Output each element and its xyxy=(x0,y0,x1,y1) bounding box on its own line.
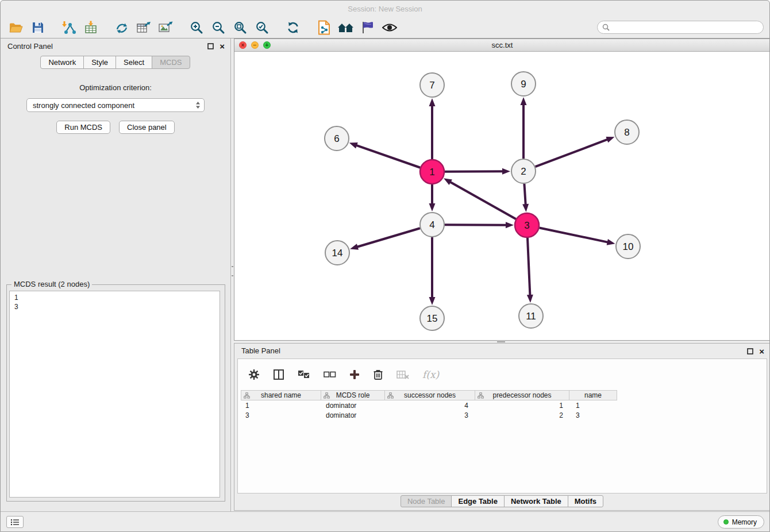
column-header-shared-name[interactable]: shared name xyxy=(241,390,321,400)
close-panel-icon[interactable]: × xyxy=(220,43,225,50)
zoom-selected-icon xyxy=(255,21,269,34)
apply-layout-button[interactable] xyxy=(282,18,304,37)
select-all-button[interactable] xyxy=(298,370,310,379)
search-box[interactable] xyxy=(597,21,764,34)
deselect-all-button[interactable] xyxy=(324,371,336,378)
close-panel-button[interactable]: Close panel xyxy=(119,121,175,134)
graph-node-7[interactable]: 7 xyxy=(420,73,444,97)
network-graph[interactable]: 1234678910111415 xyxy=(234,52,770,340)
tab-select[interactable]: Select xyxy=(116,56,152,69)
cell-name[interactable]: 1 xyxy=(572,402,620,410)
graph-node-8[interactable]: 8 xyxy=(615,120,639,144)
table-panel-title: Table Panel xyxy=(241,346,280,355)
window-titlebar[interactable]: Session: New Session xyxy=(1,1,769,17)
graph-edge[interactable] xyxy=(445,171,503,172)
graph-node-9[interactable]: 9 xyxy=(511,72,536,96)
zoom-out-icon xyxy=(211,21,225,34)
add-row-button[interactable] xyxy=(349,369,360,380)
mcds-result-list[interactable]: 1 3 xyxy=(9,291,220,498)
cell-successor-nodes[interactable]: 3 xyxy=(386,411,477,419)
export-network-button[interactable] xyxy=(111,18,133,37)
export-image-button[interactable] xyxy=(155,18,176,37)
tab-node-table[interactable]: Node Table xyxy=(401,495,452,507)
tab-motifs[interactable]: Motifs xyxy=(568,495,603,507)
cell-mcds-role[interactable]: dominator xyxy=(322,402,386,410)
zoom-window-button[interactable]: + xyxy=(263,41,271,49)
column-visibility-button[interactable] xyxy=(273,369,284,380)
column-label: successor nodes xyxy=(404,391,456,399)
cell-mcds-role[interactable]: dominator xyxy=(322,411,386,419)
graph-node-11[interactable]: 11 xyxy=(519,304,543,328)
table-row[interactable]: 1 dominator 4 1 1 xyxy=(241,401,767,410)
graph-node-15[interactable]: 15 xyxy=(420,306,444,330)
column-header-name[interactable]: name xyxy=(569,390,617,400)
graph-edge[interactable] xyxy=(357,228,420,246)
open-session-button[interactable] xyxy=(5,18,27,37)
column-header-mcds-role[interactable]: MCDS role xyxy=(321,390,385,400)
annotation-button[interactable] xyxy=(357,18,379,37)
cell-name[interactable]: 3 xyxy=(572,411,620,419)
column-hierarchy-icon xyxy=(387,392,394,399)
graph-edge[interactable] xyxy=(356,145,420,168)
tab-network[interactable]: Network xyxy=(40,56,84,69)
cell-shared-name[interactable]: 3 xyxy=(241,411,322,419)
table-row[interactable]: 3 dominator 3 2 3 xyxy=(241,411,767,420)
column-label: MCDS role xyxy=(336,391,370,399)
show-hide-button[interactable] xyxy=(379,18,401,37)
graph-node-6[interactable]: 6 xyxy=(325,126,349,151)
tab-network-table[interactable]: Network Table xyxy=(504,495,568,507)
graph-edge-arrow xyxy=(606,137,614,142)
graph-edge[interactable] xyxy=(528,238,530,295)
export-table-button[interactable] xyxy=(133,18,155,37)
window-title: Session: New Session xyxy=(348,5,422,13)
graph-edge[interactable] xyxy=(540,228,608,242)
task-history-button[interactable] xyxy=(6,516,24,528)
minimize-window-button[interactable]: − xyxy=(251,41,259,49)
graph-node-10[interactable]: 10 xyxy=(616,234,640,259)
tab-style[interactable]: Style xyxy=(83,56,116,69)
import-network-button[interactable] xyxy=(58,18,80,37)
import-table-button[interactable] xyxy=(80,18,102,37)
graph-edge[interactable] xyxy=(536,140,608,167)
graph-node-3[interactable]: 3 xyxy=(515,213,539,237)
graph-node-14[interactable]: 14 xyxy=(325,241,349,265)
save-session-button[interactable] xyxy=(27,18,49,37)
graph-edge-arrow xyxy=(429,297,436,305)
search-input[interactable] xyxy=(613,24,759,32)
zoom-fit-button[interactable] xyxy=(229,18,251,37)
graph-node-4[interactable]: 4 xyxy=(420,213,444,237)
zoom-in-button[interactable] xyxy=(186,18,207,37)
cell-predecessor-nodes[interactable]: 1 xyxy=(477,402,572,410)
zoom-out-button[interactable] xyxy=(207,18,229,37)
tab-mcds[interactable]: MCDS xyxy=(152,56,190,69)
svg-text:9: 9 xyxy=(521,79,526,90)
delete-row-button[interactable] xyxy=(373,369,383,380)
column-header-predecessor-nodes[interactable]: predecessor nodes xyxy=(475,390,569,400)
svg-text:1: 1 xyxy=(429,167,434,178)
close-table-panel-icon[interactable]: × xyxy=(759,348,764,355)
criterion-select[interactable]: strongly connected component xyxy=(26,98,205,112)
float-panel-icon[interactable] xyxy=(207,43,214,49)
delete-column-button[interactable] xyxy=(396,370,409,379)
graph-edge[interactable] xyxy=(450,182,515,219)
graph-edge[interactable] xyxy=(524,184,525,205)
cell-predecessor-nodes[interactable]: 2 xyxy=(477,411,572,419)
flag-icon xyxy=(361,21,375,34)
graph-node-2[interactable]: 2 xyxy=(511,159,536,183)
network-from-clipboard-button[interactable] xyxy=(313,18,335,37)
cell-shared-name[interactable]: 1 xyxy=(241,402,322,410)
function-builder-button[interactable]: f(x) xyxy=(422,369,439,380)
memory-button[interactable]: Memory xyxy=(718,515,764,529)
close-window-button[interactable]: × xyxy=(239,41,247,49)
tab-edge-table[interactable]: Edge Table xyxy=(451,495,504,507)
first-neighbors-button[interactable] xyxy=(335,18,357,37)
zoom-selected-button[interactable] xyxy=(251,18,273,37)
graph-edge[interactable] xyxy=(445,225,506,225)
column-header-successor-nodes[interactable]: successor nodes xyxy=(384,390,475,400)
graph-node-1[interactable]: 1 xyxy=(420,160,444,184)
run-mcds-button[interactable]: Run MCDS xyxy=(56,121,110,134)
table-settings-button[interactable] xyxy=(248,369,260,380)
float-table-panel-icon[interactable] xyxy=(747,348,753,354)
network-window-titlebar[interactable]: × − + scc.txt xyxy=(234,39,770,52)
cell-successor-nodes[interactable]: 4 xyxy=(386,402,477,410)
